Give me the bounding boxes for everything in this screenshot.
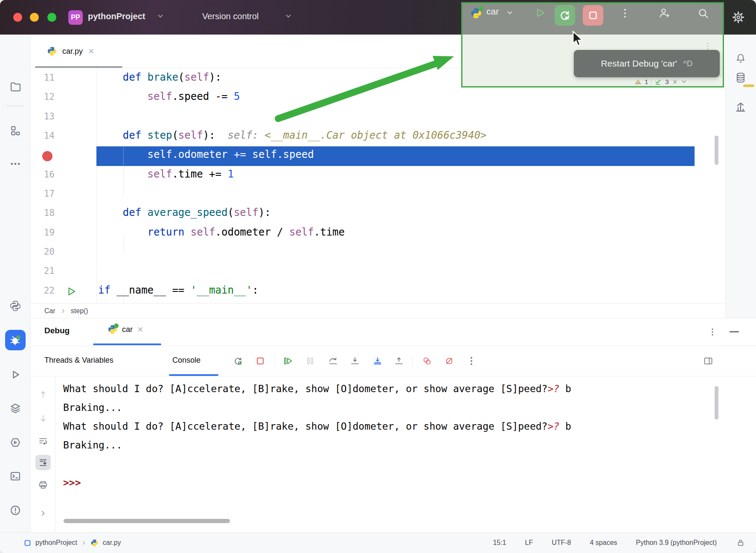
resume-program-icon[interactable]: [283, 356, 293, 366]
chevron-down-icon[interactable]: [681, 79, 687, 84]
debug-tool-window-button[interactable]: [5, 330, 26, 350]
minimize-window-button[interactable]: [30, 13, 39, 22]
minimize-panel-icon[interactable]: [730, 331, 739, 332]
restart-debug-button[interactable]: [555, 5, 575, 26]
status-item[interactable]: LF: [525, 539, 533, 547]
python-tool-icon[interactable]: [9, 300, 21, 312]
workspace-icon[interactable]: [24, 539, 31, 547]
console-h-scrollbar[interactable]: [64, 519, 230, 523]
code-line-18[interactable]: 18 def average_speed(self):: [31, 204, 725, 224]
down-stack-frame-icon[interactable]: [38, 413, 48, 424]
console-output[interactable]: [31, 376, 756, 532]
view-breakpoints-icon[interactable]: [422, 356, 432, 366]
code-line-22[interactable]: 22if __name__ == '__main__':: [31, 282, 725, 302]
code-text: return self.odometer / self.time: [98, 226, 345, 238]
vcs-selector[interactable]: Version control: [202, 12, 259, 21]
code-line-21[interactable]: 21: [31, 262, 725, 282]
step-out-icon[interactable]: [394, 356, 404, 366]
code-line-16[interactable]: 16 self.time += 1: [31, 166, 725, 186]
scroll-to-end-icon[interactable]: [38, 457, 48, 468]
project-folder-icon[interactable]: [9, 81, 21, 93]
line-number[interactable]: 12: [31, 92, 55, 102]
code-with-me-icon[interactable]: [658, 6, 672, 20]
tab-car-py[interactable]: car.py: [47, 41, 95, 62]
inspection-widget[interactable]: 1 3: [634, 77, 687, 87]
stop-button[interactable]: [583, 5, 603, 26]
lock-icon[interactable]: [736, 538, 745, 547]
zoom-window-button[interactable]: [47, 13, 56, 22]
debug-session-tab[interactable]: car: [108, 324, 144, 335]
code-line-14[interactable]: 14 def step(self): self: <__main__.Car o…: [31, 127, 725, 147]
project-selector[interactable]: pythonProject: [88, 12, 145, 21]
breakpoint-icon[interactable]: [42, 151, 52, 161]
profiler-icon[interactable]: [735, 101, 747, 113]
status-item[interactable]: 15:1: [493, 539, 506, 547]
code-line-13[interactable]: 13: [31, 108, 725, 128]
console-line: Braking...: [63, 436, 122, 454]
line-number[interactable]: 17: [31, 189, 55, 199]
editor-scrollbar[interactable]: [715, 136, 718, 165]
python-console-icon[interactable]: [9, 437, 21, 448]
terminal-icon[interactable]: [9, 470, 21, 482]
line-number[interactable]: 20: [31, 247, 55, 257]
structure-icon[interactable]: [9, 125, 21, 137]
line-number[interactable]: 13: [31, 111, 55, 122]
layout-settings-icon[interactable]: [703, 356, 713, 366]
line-number[interactable]: 22: [31, 285, 55, 296]
console-line: Braking...: [63, 398, 122, 417]
code-line-12[interactable]: 12 self.speed -= 5: [31, 88, 725, 108]
code-line-17[interactable]: 17: [31, 185, 725, 205]
line-number[interactable]: 14: [31, 131, 55, 141]
breadcrumb-method[interactable]: step(): [71, 307, 88, 315]
status-item[interactable]: UTF-8: [552, 539, 571, 547]
run-line-icon[interactable]: [66, 286, 77, 297]
close-window-button[interactable]: [13, 13, 22, 22]
settings-gear-icon[interactable]: [731, 10, 745, 24]
code-line-15[interactable]: self.odometer += self.speed: [31, 146, 725, 166]
line-number[interactable]: 21: [31, 266, 55, 276]
tab-console[interactable]: Console: [172, 356, 201, 365]
code-line-19[interactable]: 19 return self.odometer / self.time: [31, 224, 725, 244]
panel-options-kebab-icon[interactable]: [708, 328, 717, 336]
mute-breakpoints-icon[interactable]: [444, 356, 454, 366]
step-into-icon[interactable]: [350, 356, 360, 366]
run-config-selector[interactable]: car: [486, 6, 499, 17]
line-number[interactable]: 19: [31, 227, 55, 238]
debug-more-kebab-icon[interactable]: [466, 356, 477, 366]
run-button[interactable]: [534, 7, 546, 19]
line-number[interactable]: 11: [31, 73, 55, 83]
console-scrollbar[interactable]: [715, 386, 718, 419]
code-line-20[interactable]: 20: [31, 243, 725, 263]
notifications-bell-icon[interactable]: [735, 52, 747, 64]
run-tool-window-icon[interactable]: [9, 369, 21, 381]
search-everywhere-icon[interactable]: [696, 6, 710, 20]
line-number[interactable]: 16: [31, 169, 55, 180]
status-item[interactable]: Python 3.9 (pythonProject): [636, 539, 717, 547]
status-file[interactable]: car.py: [103, 539, 121, 547]
chevron-down-icon: [157, 14, 164, 19]
print-icon[interactable]: [38, 480, 48, 490]
tab-threads-variables[interactable]: Threads & Variables: [44, 356, 113, 365]
close-widget-icon[interactable]: [672, 79, 678, 85]
step-over-icon[interactable]: [328, 356, 338, 366]
rerun-debug-icon[interactable]: [233, 356, 243, 366]
problems-icon[interactable]: [9, 504, 21, 516]
stop-icon[interactable]: [255, 356, 265, 366]
status-item[interactable]: 4 spaces: [590, 539, 617, 547]
code-text: self.time += 1: [98, 168, 234, 180]
step-into-my-code-icon[interactable]: [372, 356, 383, 366]
close-tab-icon[interactable]: [88, 48, 95, 55]
breadcrumb-class[interactable]: Car: [44, 307, 55, 315]
line-number[interactable]: 18: [31, 208, 55, 218]
expand-console-toolbar-icon[interactable]: [38, 508, 48, 518]
debug-panel-title[interactable]: Debug: [44, 326, 70, 335]
soft-wrap-icon[interactable]: [38, 436, 48, 446]
services-icon[interactable]: [9, 402, 21, 414]
database-icon[interactable]: [735, 72, 747, 84]
active-session-underline: [93, 343, 161, 345]
status-project[interactable]: pythonProject: [35, 539, 77, 547]
close-session-icon[interactable]: [137, 326, 144, 333]
more-tool-windows-icon[interactable]: [9, 158, 21, 170]
more-actions-kebab-icon[interactable]: [620, 8, 630, 19]
up-stack-frame-icon[interactable]: [38, 389, 48, 399]
